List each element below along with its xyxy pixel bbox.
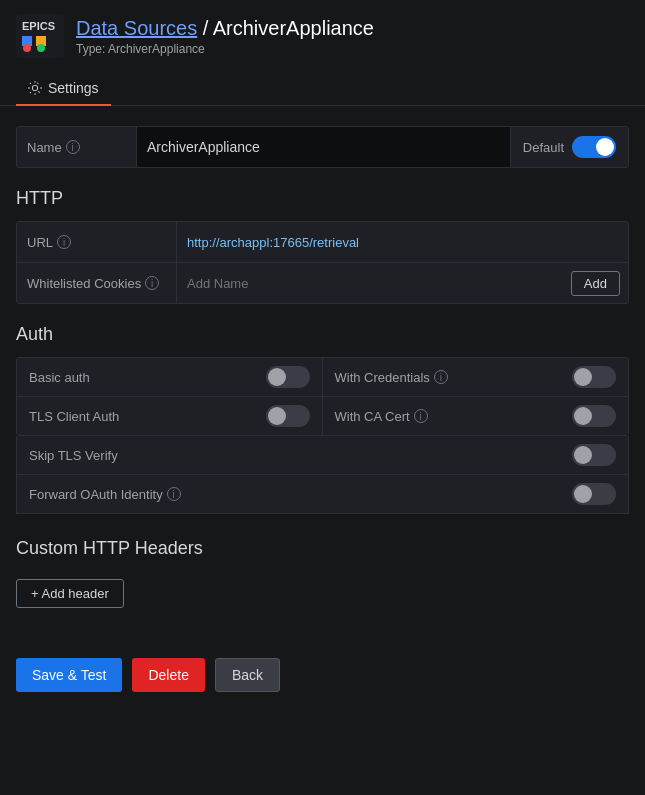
- skip-tls-label: Skip TLS Verify: [29, 448, 118, 463]
- current-page-name: ArchiverAppliance: [213, 17, 374, 39]
- cookies-row: Whitelisted Cookies i Add: [17, 263, 628, 303]
- svg-text:EPICS: EPICS: [22, 20, 55, 32]
- page-title: Data Sources / ArchiverAppliance: [76, 17, 374, 40]
- tab-settings-label: Settings: [48, 80, 99, 96]
- name-info-icon[interactable]: i: [66, 140, 80, 154]
- svg-point-6: [23, 44, 31, 52]
- url-label: URL i: [17, 222, 177, 262]
- forward-oauth-toggle[interactable]: [572, 483, 616, 505]
- page-subtitle: Type: ArchiverAppliance: [76, 42, 374, 56]
- with-credentials-label: With Credentials i: [335, 370, 448, 385]
- cookies-label: Whitelisted Cookies i: [17, 263, 177, 303]
- header-title-group: Data Sources / ArchiverAppliance Type: A…: [76, 17, 374, 56]
- with-ca-cert-info-icon[interactable]: i: [414, 409, 428, 423]
- epics-logo: EPICS: [16, 14, 64, 58]
- basic-auth-toggle[interactable]: [266, 366, 310, 388]
- skip-tls-toggle[interactable]: [572, 444, 616, 466]
- add-cookie-button[interactable]: Add: [571, 271, 620, 296]
- add-header-button[interactable]: + Add header: [16, 579, 124, 608]
- with-credentials-row: With Credentials i: [323, 358, 629, 397]
- auth-grid: Basic auth With Credentials i TLS Client…: [16, 357, 629, 436]
- url-row: URL i http://archappl:17665/retrieval: [17, 222, 628, 263]
- auth-extra-rows: Skip TLS Verify Forward OAuth Identity i: [16, 436, 629, 514]
- with-ca-cert-row: With CA Cert i: [323, 397, 629, 435]
- svg-point-7: [37, 44, 45, 52]
- content-area: Name i Default HTTP URL i http://archapp…: [0, 106, 645, 628]
- name-input[interactable]: [137, 127, 510, 167]
- basic-auth-slider: [266, 366, 310, 388]
- skip-tls-slider: [572, 444, 616, 466]
- url-info-icon[interactable]: i: [57, 235, 71, 249]
- datasources-link[interactable]: Data Sources: [76, 17, 197, 39]
- tls-client-slider: [266, 405, 310, 427]
- custom-headers-title: Custom HTTP Headers: [16, 538, 629, 559]
- cookies-input[interactable]: [177, 268, 563, 299]
- with-credentials-toggle[interactable]: [572, 366, 616, 388]
- tls-client-toggle[interactable]: [266, 405, 310, 427]
- http-section: URL i http://archappl:17665/retrieval Wh…: [16, 221, 629, 304]
- forward-oauth-row: Forward OAuth Identity i: [17, 475, 628, 513]
- tls-client-row: TLS Client Auth: [17, 397, 323, 435]
- forward-oauth-info-icon[interactable]: i: [167, 487, 181, 501]
- with-credentials-slider: [572, 366, 616, 388]
- default-group: Default: [510, 128, 628, 166]
- footer: Save & Test Delete Back: [0, 638, 645, 712]
- save-test-button[interactable]: Save & Test: [16, 658, 122, 692]
- tls-client-label: TLS Client Auth: [29, 409, 119, 424]
- forward-oauth-label: Forward OAuth Identity i: [29, 487, 181, 502]
- header: EPICS Data Sources / ArchiverAppliance T…: [0, 0, 645, 68]
- delete-button[interactable]: Delete: [132, 658, 204, 692]
- default-toggle[interactable]: [572, 136, 616, 158]
- basic-auth-row: Basic auth: [17, 358, 323, 397]
- name-label: Name i: [17, 127, 137, 167]
- back-button[interactable]: Back: [215, 658, 280, 692]
- url-value: http://archappl:17665/retrieval: [177, 235, 628, 250]
- tabs-bar: Settings: [0, 72, 645, 106]
- cookies-info-icon[interactable]: i: [145, 276, 159, 290]
- with-ca-cert-slider: [572, 405, 616, 427]
- name-field-row: Name i Default: [16, 126, 629, 168]
- http-section-title: HTTP: [16, 188, 629, 209]
- with-ca-cert-toggle[interactable]: [572, 405, 616, 427]
- settings-icon: [28, 81, 42, 95]
- skip-tls-row: Skip TLS Verify: [17, 436, 628, 475]
- basic-auth-label: Basic auth: [29, 370, 90, 385]
- forward-oauth-slider: [572, 483, 616, 505]
- with-ca-cert-label: With CA Cert i: [335, 409, 428, 424]
- default-toggle-slider: [572, 136, 616, 158]
- auth-section-title: Auth: [16, 324, 629, 345]
- default-label: Default: [523, 140, 564, 155]
- title-separator: /: [203, 17, 213, 39]
- tab-settings[interactable]: Settings: [16, 72, 111, 106]
- with-credentials-info-icon[interactable]: i: [434, 370, 448, 384]
